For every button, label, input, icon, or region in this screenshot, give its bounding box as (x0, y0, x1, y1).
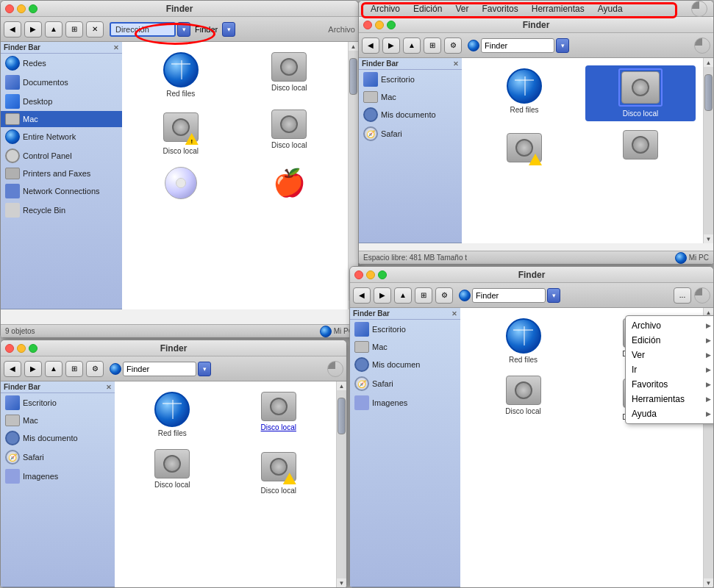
icon-disco-3[interactable]: Disco local (238, 107, 341, 158)
icon-rf-bl[interactable]: Red files (122, 389, 223, 440)
finder-dropdown[interactable]: ▾ (222, 22, 235, 37)
scroll-down-br[interactable]: ▼ (704, 578, 713, 587)
menu-ayuda[interactable]: Ayuda (592, 2, 629, 15)
view-tr[interactable]: ⊞ (424, 37, 441, 54)
finder-bar-close-br[interactable]: ✕ (451, 310, 457, 318)
scrollbar-bl[interactable]: ▲ ▼ (336, 381, 346, 587)
sidebar-desktop[interactable]: Desktop (1, 92, 122, 111)
finder-drop-btn[interactable]: ▾ (556, 38, 569, 53)
sidebar-tr-mac[interactable]: Mac (359, 89, 462, 105)
sidebar-redes[interactable]: Redes (1, 54, 122, 73)
sidebar-br-escritorio[interactable]: Escritorio (350, 320, 460, 339)
minimize-tr[interactable] (375, 21, 384, 29)
finder-bar-close-tr[interactable]: ✕ (453, 60, 459, 68)
finder-dropdown-bl[interactable]: Finder (123, 362, 196, 376)
view-bl[interactable]: ⊞ (65, 361, 83, 377)
sidebar-tr-misdoc[interactable]: Mis documento (359, 105, 462, 124)
back-br[interactable]: ◀ (353, 287, 371, 304)
view-br[interactable]: ⊞ (415, 287, 432, 304)
gear-br[interactable]: ⚙ (435, 287, 453, 304)
maximize-button[interactable] (29, 4, 38, 13)
menu-favoritos[interactable]: Favoritos (476, 2, 524, 15)
drop-btn-bl[interactable]: ▾ (198, 362, 211, 376)
up-button[interactable]: ▲ (45, 21, 63, 37)
gear-bl[interactable]: ⚙ (86, 361, 104, 377)
ctx-edicion[interactable]: Edición ▶ (626, 333, 713, 348)
up-tr[interactable]: ▲ (403, 37, 421, 54)
icon-disco-br-2[interactable]: Disco local (468, 373, 579, 424)
icon-rf-br[interactable]: Red files (468, 315, 579, 367)
back-bl[interactable]: ◀ (4, 361, 21, 377)
sidebar-bl-imagenes[interactable]: Imagenes (1, 467, 115, 486)
ctx-archivo[interactable]: Archivo ▶ (626, 318, 713, 333)
menu-archivo[interactable]: Archivo (365, 2, 406, 15)
sidebar-br-misdoc[interactable]: Mis documen (350, 355, 460, 374)
sidebar-br-imagenes[interactable]: Imagenes (350, 393, 460, 412)
scroll-handle-tr[interactable] (704, 74, 713, 111)
icon-disco-1[interactable]: Disco local (238, 49, 341, 101)
forward-br[interactable]: ▶ (374, 287, 391, 304)
maximize-br[interactable] (378, 270, 387, 279)
icon-cd[interactable] (129, 164, 232, 204)
close-br[interactable] (354, 270, 363, 279)
sidebar-control-panel[interactable]: Control Panel (1, 146, 122, 165)
finder-bar-close[interactable]: ✕ (113, 44, 119, 51)
forward-tr[interactable]: ▶ (382, 37, 400, 54)
up-bl[interactable]: ▲ (45, 361, 63, 377)
sidebar-entire-network[interactable]: Entire Network (1, 127, 122, 146)
view-button[interactable]: ⊞ (65, 21, 83, 37)
icon-disco-bl-1[interactable]: Disco local (229, 389, 329, 440)
ctx-favoritos[interactable]: Favoritos ▶ (626, 377, 713, 392)
minimize-br[interactable] (366, 270, 375, 279)
extra-btn-br[interactable]: ... (674, 287, 691, 304)
scrollbar-tr[interactable]: ▲ ▼ (703, 58, 713, 243)
scroll-handle-bl[interactable] (338, 398, 346, 434)
minimize-bl[interactable] (17, 344, 26, 353)
close-tr[interactable] (363, 21, 372, 29)
finder-bar-close-bl[interactable]: ✕ (106, 384, 112, 391)
address-dropdown[interactable]: ▾ (177, 22, 190, 37)
forward-bl[interactable]: ▶ (24, 361, 42, 377)
sidebar-network-conn[interactable]: Network Connections (1, 182, 122, 201)
sidebar-recycle[interactable]: Recycle Bin (1, 201, 122, 220)
sidebar-printers[interactable]: Printers and Faxes (1, 165, 122, 182)
icon-disco-bl-3[interactable]: Disco local (229, 446, 329, 498)
icon-disco-tr-3[interactable] (585, 127, 696, 168)
icon-red-files[interactable]: Red files (129, 49, 232, 101)
ctx-ir[interactable]: Ir ▶ (626, 362, 713, 377)
forward-button[interactable]: ▶ (24, 21, 42, 37)
sidebar-documentos[interactable]: Documentos (1, 73, 122, 92)
icon-disco-bl-2[interactable]: Disco local (122, 446, 223, 498)
ctx-ver[interactable]: Ver ▶ (626, 348, 713, 362)
icon-disco-2[interactable]: ! Disco local (129, 107, 232, 158)
close-bl[interactable] (5, 344, 14, 353)
sidebar-br-safari[interactable]: 🧭 Safari (350, 374, 460, 393)
icon-apple[interactable]: 🍎 (238, 164, 341, 204)
address-input[interactable]: Dirección (110, 22, 176, 37)
finder-dropdown-br[interactable]: Finder (472, 288, 546, 303)
gear-tr[interactable]: ⚙ (444, 37, 462, 54)
menu-ver[interactable]: Ver (449, 2, 474, 15)
sidebar-mac[interactable]: Mac (1, 111, 122, 127)
sidebar-bl-misdoc[interactable]: Mis documento (1, 429, 115, 448)
icon-red-files-tr[interactable]: Red files (469, 65, 579, 121)
action-button[interactable]: ✕ (86, 21, 104, 37)
sidebar-bl-mac[interactable]: Mac (1, 412, 115, 429)
maximize-tr[interactable] (387, 21, 396, 29)
scroll-down-tr[interactable]: ▼ (704, 234, 713, 243)
minimize-button[interactable] (17, 4, 26, 13)
icon-disco-tr-2[interactable] (469, 127, 579, 168)
scroll-handle[interactable] (349, 58, 357, 95)
close-button[interactable] (5, 4, 14, 13)
back-button[interactable]: ◀ (4, 21, 21, 37)
sidebar-bl-safari[interactable]: 🧭 Safari (1, 448, 115, 467)
scroll-down-bl[interactable]: ▼ (338, 578, 346, 587)
menu-edicion[interactable]: Edición (407, 2, 448, 15)
sidebar-br-mac[interactable]: Mac (350, 339, 460, 355)
ctx-herramientas[interactable]: Herramientas ▶ (626, 392, 713, 406)
menu-herramientas[interactable]: Herramientas (526, 2, 590, 15)
back-tr[interactable]: ◀ (362, 37, 379, 54)
sidebar-tr-escritorio[interactable]: Escritorio (359, 70, 462, 89)
scroll-up-tr[interactable]: ▲ (704, 58, 713, 67)
ctx-ayuda[interactable]: Ayuda ▶ (626, 406, 713, 421)
